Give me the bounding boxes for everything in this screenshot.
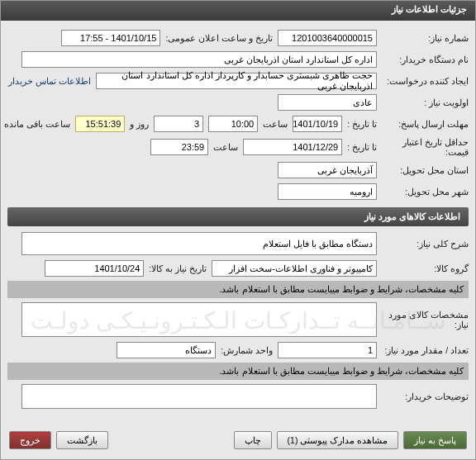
summary-label: شرح کلی نیاز:	[382, 239, 469, 249]
price-valid-date: 1401/12/29	[243, 139, 342, 155]
price-valid-time: 23:59	[150, 139, 208, 155]
row-notes: توضیحات خریدار:	[7, 382, 469, 411]
attachments-button[interactable]: مشاهده مدارک پیوستی (1)	[277, 431, 399, 449]
spec-band-text: کلیه مشخصات، شرایط و ضوابط میبایست مطابق…	[219, 284, 464, 294]
back-button[interactable]: بازگشت	[56, 431, 108, 449]
need-info-section: شماره نیاز: 1201003640000015 تاریخ و ساع…	[1, 21, 475, 418]
deadline-date: 1401/10/19	[293, 116, 342, 132]
notes-textarea	[21, 384, 377, 409]
countdown: 15:51:39	[75, 116, 125, 132]
unit-value: دستگاه	[117, 342, 216, 358]
priority-value: عادی	[278, 94, 377, 111]
need-number-label: شماره نیاز:	[382, 33, 469, 43]
notes-label: توضیحات خریدار:	[382, 391, 469, 401]
requester-value: حجت ظاهری شبستری حسابدار و کارپرداز ادار…	[96, 73, 377, 89]
group-value: کامپیوتر و فناوری اطلاعات-سخت افزار	[212, 260, 377, 277]
row-deadline: مهلت ارسال پاسخ: تا تاریخ : 1401/10/19 س…	[7, 113, 469, 135]
spec-band: کلیه مشخصات، شرایط و ضوابط میبایست مطابق…	[7, 281, 469, 298]
notes-band-text: کلیه مشخصات، شرایط و ضوابط میبایست مطابق…	[219, 366, 464, 376]
row-buyer: نام دستگاه خریدار: اداره کل استاندارد اس…	[7, 49, 469, 70]
buyer-value: اداره کل استاندارد استان اذربایجان غربی	[21, 51, 377, 68]
row-summary: شرح کلی نیاز: دستگاه مطابق با فایل استعل…	[7, 230, 469, 258]
row-need-number: شماره نیاز: 1201003640000015 تاریخ و ساع…	[7, 27, 469, 49]
price-valid-label: حداقل تاریخ اعتبار قیمت:	[382, 137, 469, 157]
unit-label: واحد شمارش:	[221, 345, 273, 355]
city-label: شهر محل تحویل:	[382, 187, 469, 197]
deadline-time: 10:00	[208, 116, 258, 132]
button-bar: پاسخ به نیاز مشاهده مدارک پیوستی (1) چاپ…	[1, 426, 475, 454]
priority-label: اولویت نیاز :	[382, 97, 469, 107]
row-group: گروه کالا: کامپیوتر و فناوری اطلاعات-سخت…	[7, 258, 469, 279]
city-value: ارومیه	[278, 183, 377, 200]
print-button[interactable]: چاپ	[234, 431, 272, 449]
respond-button[interactable]: پاسخ به نیاز	[403, 431, 467, 449]
group-label: گروه کالا:	[382, 263, 469, 273]
main-window: جزئیات اطلاعات نیاز شماره نیاز: 12010036…	[0, 0, 476, 460]
requester-label: ایجاد کننده درخواست:	[382, 76, 469, 86]
contact-link[interactable]: اطلاعات تماس خریدار	[8, 76, 91, 86]
province-label: استان محل تحویل:	[382, 165, 469, 175]
until-label: تا تاریخ :	[347, 119, 377, 129]
qty-label: تعداد / مقدار مورد نیاز:	[382, 345, 469, 355]
exit-button[interactable]: خروج	[9, 431, 51, 449]
row-province: استان محل تحویل: آذربایجان غربی	[7, 159, 469, 181]
window-title: جزئیات اطلاعات نیاز	[1, 1, 475, 21]
buyer-label: نام دستگاه خریدار:	[382, 55, 469, 64]
row-spec: مشخصات کالای مورد نیاز:	[7, 300, 469, 339]
province-value: آذربایجان غربی	[278, 162, 377, 178]
announce-label: تاریخ و ساعت اعلان عمومی:	[165, 33, 273, 43]
deadline-label: مهلت ارسال پاسخ:	[382, 119, 469, 129]
spec-label: مشخصات کالای مورد نیاز:	[382, 310, 469, 330]
need-number-value: 1201003640000015	[278, 30, 377, 46]
time-label-2: ساعت	[213, 142, 238, 152]
row-priority: اولویت نیاز : عادی	[7, 92, 469, 113]
remaining-label: ساعت باقی مانده	[4, 119, 70, 129]
qty-value: 1	[278, 342, 377, 358]
goods-header: اطلاعات کالاهای مورد نیاز	[7, 207, 469, 226]
time-label-1: ساعت	[263, 119, 288, 129]
until-label-2: تا تاریخ :	[347, 142, 377, 152]
button-spacer	[113, 431, 229, 449]
summary-value: دستگاه مطابق با فایل استعلام	[21, 232, 377, 255]
days-and: روز و	[130, 119, 149, 129]
need-date-label: تاریخ نیاز به کالا:	[149, 263, 207, 273]
days-count: 3	[154, 116, 203, 132]
row-qty: تعداد / مقدار مورد نیاز: 1 واحد شمارش: د…	[7, 339, 469, 361]
row-requester: ایجاد کننده درخواست: حجت ظاهری شبستری حس…	[7, 70, 469, 92]
row-price-valid: حداقل تاریخ اعتبار قیمت: تا تاریخ : 1401…	[7, 135, 469, 159]
notes-band: کلیه مشخصات، شرایط و ضوابط میبایست مطابق…	[7, 363, 469, 380]
announce-value: 1401/10/15 - 17:55	[61, 30, 160, 46]
need-date-value: 1401/10/24	[45, 260, 144, 277]
row-city: شهر محل تحویل: ارومیه	[7, 181, 469, 202]
spec-textarea	[21, 302, 377, 337]
